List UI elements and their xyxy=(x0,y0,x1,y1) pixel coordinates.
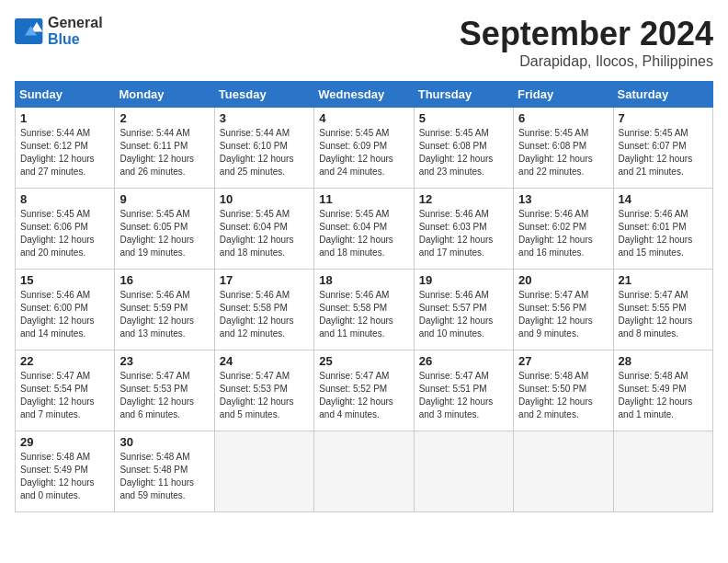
calendar-cell: 7Sunrise: 5:45 AMSunset: 6:07 PMDaylight… xyxy=(613,108,712,189)
day-number: 29 xyxy=(20,435,109,449)
day-number: 25 xyxy=(319,354,408,368)
calendar-cell: 19Sunrise: 5:46 AMSunset: 5:57 PMDayligh… xyxy=(414,270,513,350)
header-row: SundayMondayTuesdayWednesdayThursdayFrid… xyxy=(16,82,713,108)
calendar-cell: 4Sunrise: 5:45 AMSunset: 6:09 PMDaylight… xyxy=(314,108,414,189)
calendar-table: SundayMondayTuesdayWednesdayThursdayFrid… xyxy=(15,81,713,512)
day-number: 7 xyxy=(619,111,708,125)
day-number: 3 xyxy=(220,111,309,125)
calendar-cell: 1Sunrise: 5:44 AMSunset: 6:12 PMDaylight… xyxy=(16,108,115,189)
calendar-cell: 21Sunrise: 5:47 AMSunset: 5:55 PMDayligh… xyxy=(613,270,712,350)
cell-info: Sunrise: 5:46 AMSunset: 6:00 PMDaylight:… xyxy=(20,290,95,339)
month-title: September 2024 xyxy=(460,15,713,53)
header-day-tuesday: Tuesday xyxy=(214,82,313,108)
calendar-cell: 15Sunrise: 5:46 AMSunset: 6:00 PMDayligh… xyxy=(16,270,115,350)
cell-info: Sunrise: 5:47 AMSunset: 5:55 PMDaylight:… xyxy=(619,290,693,339)
day-number: 24 xyxy=(220,354,309,368)
calendar-cell: 9Sunrise: 5:45 AMSunset: 6:05 PMDaylight… xyxy=(115,189,214,270)
header-day-wednesday: Wednesday xyxy=(314,82,414,108)
week-row-4: 22Sunrise: 5:47 AMSunset: 5:54 PMDayligh… xyxy=(16,350,713,431)
day-number: 12 xyxy=(419,192,508,206)
day-number: 2 xyxy=(119,111,209,125)
cell-info: Sunrise: 5:46 AMSunset: 6:01 PMDaylight:… xyxy=(619,209,693,258)
cell-info: Sunrise: 5:45 AMSunset: 6:09 PMDaylight:… xyxy=(319,128,393,177)
header-day-friday: Friday xyxy=(514,82,613,108)
day-number: 10 xyxy=(220,192,309,206)
day-number: 4 xyxy=(319,111,408,125)
calendar-cell: 20Sunrise: 5:47 AMSunset: 5:56 PMDayligh… xyxy=(514,270,613,350)
calendar-cell: 26Sunrise: 5:47 AMSunset: 5:51 PMDayligh… xyxy=(414,350,513,431)
calendar-cell: 25Sunrise: 5:47 AMSunset: 5:52 PMDayligh… xyxy=(314,350,414,431)
day-number: 11 xyxy=(319,192,408,206)
cell-info: Sunrise: 5:48 AMSunset: 5:49 PMDaylight:… xyxy=(619,371,693,419)
cell-info: Sunrise: 5:46 AMSunset: 5:58 PMDaylight:… xyxy=(319,290,393,339)
header-day-saturday: Saturday xyxy=(613,82,712,108)
cell-info: Sunrise: 5:46 AMSunset: 5:59 PMDaylight:… xyxy=(119,290,194,339)
cell-info: Sunrise: 5:46 AMSunset: 6:03 PMDaylight:… xyxy=(419,209,494,258)
calendar-cell: 29Sunrise: 5:48 AMSunset: 5:49 PMDayligh… xyxy=(16,431,115,512)
calendar-cell: 14Sunrise: 5:46 AMSunset: 6:01 PMDayligh… xyxy=(613,189,712,270)
day-number: 26 xyxy=(419,354,508,368)
day-number: 22 xyxy=(20,354,109,368)
cell-info: Sunrise: 5:45 AMSunset: 6:07 PMDaylight:… xyxy=(619,128,693,177)
calendar-cell xyxy=(613,431,712,512)
cell-info: Sunrise: 5:45 AMSunset: 6:04 PMDaylight:… xyxy=(319,209,393,258)
header-day-thursday: Thursday xyxy=(414,82,513,108)
calendar-cell: 30Sunrise: 5:48 AMSunset: 5:48 PMDayligh… xyxy=(115,431,214,512)
day-number: 15 xyxy=(20,273,109,287)
calendar-cell: 24Sunrise: 5:47 AMSunset: 5:53 PMDayligh… xyxy=(214,350,313,431)
day-number: 28 xyxy=(619,354,708,368)
week-row-2: 8Sunrise: 5:45 AMSunset: 6:06 PMDaylight… xyxy=(16,189,713,270)
calendar-cell: 10Sunrise: 5:45 AMSunset: 6:04 PMDayligh… xyxy=(214,189,313,270)
day-number: 5 xyxy=(419,111,508,125)
calendar-cell: 17Sunrise: 5:46 AMSunset: 5:58 PMDayligh… xyxy=(214,270,313,350)
calendar-cell: 3Sunrise: 5:44 AMSunset: 6:10 PMDaylight… xyxy=(214,108,313,189)
calendar-cell: 22Sunrise: 5:47 AMSunset: 5:54 PMDayligh… xyxy=(16,350,115,431)
calendar-cell: 6Sunrise: 5:45 AMSunset: 6:08 PMDaylight… xyxy=(514,108,613,189)
calendar-cell: 12Sunrise: 5:46 AMSunset: 6:03 PMDayligh… xyxy=(414,189,513,270)
calendar-cell: 2Sunrise: 5:44 AMSunset: 6:11 PMDaylight… xyxy=(115,108,214,189)
cell-info: Sunrise: 5:44 AMSunset: 6:12 PMDaylight:… xyxy=(20,128,95,177)
day-number: 19 xyxy=(419,273,508,287)
week-row-3: 15Sunrise: 5:46 AMSunset: 6:00 PMDayligh… xyxy=(16,270,713,350)
cell-info: Sunrise: 5:48 AMSunset: 5:48 PMDaylight:… xyxy=(119,452,194,500)
location-title: Darapidap, Ilocos, Philippines xyxy=(460,53,713,70)
day-number: 23 xyxy=(119,354,209,368)
cell-info: Sunrise: 5:48 AMSunset: 5:50 PMDaylight:… xyxy=(518,371,593,419)
day-number: 14 xyxy=(619,192,708,206)
week-row-5: 29Sunrise: 5:48 AMSunset: 5:49 PMDayligh… xyxy=(16,431,713,512)
day-number: 8 xyxy=(20,192,109,206)
cell-info: Sunrise: 5:46 AMSunset: 5:58 PMDaylight:… xyxy=(220,290,294,339)
header-day-sunday: Sunday xyxy=(16,82,115,108)
day-number: 16 xyxy=(119,273,209,287)
cell-info: Sunrise: 5:47 AMSunset: 5:51 PMDaylight:… xyxy=(419,371,494,419)
cell-info: Sunrise: 5:47 AMSunset: 5:53 PMDaylight:… xyxy=(119,371,194,419)
cell-info: Sunrise: 5:47 AMSunset: 5:56 PMDaylight:… xyxy=(518,290,593,339)
calendar-cell: 23Sunrise: 5:47 AMSunset: 5:53 PMDayligh… xyxy=(115,350,214,431)
calendar-cell xyxy=(514,431,613,512)
calendar-cell xyxy=(214,431,313,512)
cell-info: Sunrise: 5:46 AMSunset: 6:02 PMDaylight:… xyxy=(518,209,593,258)
day-number: 21 xyxy=(619,273,708,287)
cell-info: Sunrise: 5:47 AMSunset: 5:52 PMDaylight:… xyxy=(319,371,393,419)
cell-info: Sunrise: 5:45 AMSunset: 6:05 PMDaylight:… xyxy=(119,209,194,258)
logo-text: General Blue xyxy=(48,15,103,48)
calendar-cell: 11Sunrise: 5:45 AMSunset: 6:04 PMDayligh… xyxy=(314,189,414,270)
calendar-cell: 16Sunrise: 5:46 AMSunset: 5:59 PMDayligh… xyxy=(115,270,214,350)
cell-info: Sunrise: 5:45 AMSunset: 6:04 PMDaylight:… xyxy=(220,209,294,258)
calendar-cell xyxy=(314,431,414,512)
calendar-cell: 18Sunrise: 5:46 AMSunset: 5:58 PMDayligh… xyxy=(314,270,414,350)
logo: General Blue xyxy=(15,15,103,48)
cell-info: Sunrise: 5:46 AMSunset: 5:57 PMDaylight:… xyxy=(419,290,494,339)
calendar-cell xyxy=(414,431,513,512)
title-area: September 2024 Darapidap, Ilocos, Philip… xyxy=(460,15,713,70)
cell-info: Sunrise: 5:48 AMSunset: 5:49 PMDaylight:… xyxy=(20,452,95,500)
cell-info: Sunrise: 5:45 AMSunset: 6:06 PMDaylight:… xyxy=(20,209,95,258)
day-number: 20 xyxy=(518,273,608,287)
header-day-monday: Monday xyxy=(115,82,214,108)
cell-info: Sunrise: 5:47 AMSunset: 5:53 PMDaylight:… xyxy=(220,371,294,419)
day-number: 9 xyxy=(119,192,209,206)
day-number: 17 xyxy=(220,273,309,287)
cell-info: Sunrise: 5:45 AMSunset: 6:08 PMDaylight:… xyxy=(419,128,494,177)
cell-info: Sunrise: 5:44 AMSunset: 6:11 PMDaylight:… xyxy=(119,128,194,177)
day-number: 13 xyxy=(518,192,608,206)
